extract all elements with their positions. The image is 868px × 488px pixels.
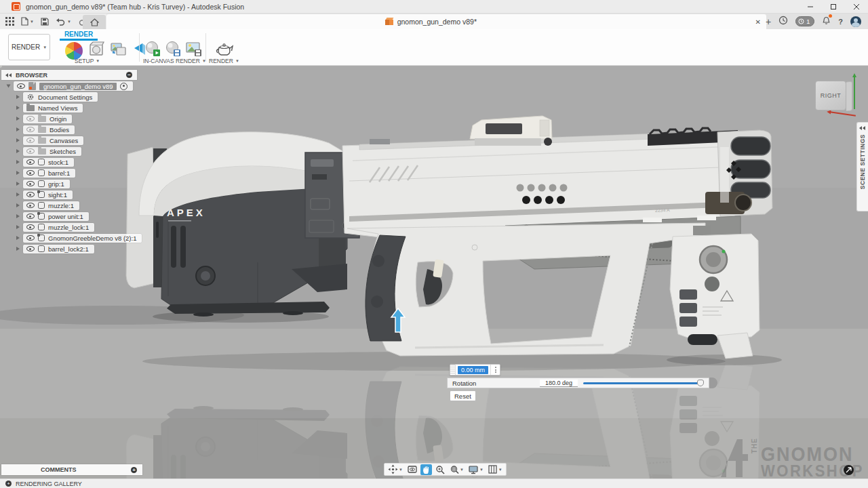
activate-component-radio[interactable] [120,83,127,90]
browser-row[interactable]: power unit:1 [16,211,89,221]
browser-item-label[interactable]: grip:1 [48,180,64,188]
undo-icon[interactable]: ▼ [56,18,71,26]
view-cube[interactable]: RIGHT [811,75,859,120]
comments-bar[interactable]: COMMENTS + [1,464,142,475]
browser-row[interactable]: Document Settings [16,92,98,102]
fit-button[interactable]: ▼ [448,464,465,475]
browser-item-label[interactable]: barrel_lock2:1 [48,245,89,253]
browser-item-label[interactable]: barrel:1 [48,169,70,177]
close-tab-icon[interactable]: ✕ [755,18,761,26]
visibility-eye-icon[interactable] [26,192,35,197]
visibility-eye-icon[interactable] [26,159,35,165]
document-tab[interactable]: gnomon_gun_demo v89* ✕ [106,14,766,29]
ribbon-tab-render[interactable]: RENDER [60,30,98,38]
visibility-eye-icon[interactable] [26,138,35,143]
browser-item-label[interactable]: stock:1 [48,159,68,166]
root-component-label[interactable]: gnomon_gun_demo v89 [39,83,117,90]
save-icon[interactable] [41,18,49,26]
scene-settings-tab[interactable]: SCENE SETTINGS [856,122,868,211]
slider-handle[interactable] [697,380,704,386]
expand-arrow-icon[interactable] [16,236,20,240]
viewcube-side-face[interactable] [846,81,852,112]
new-tab-button[interactable]: + [766,16,771,27]
rotation-slider[interactable] [583,380,702,386]
browser-item-label[interactable]: sight:1 [48,191,67,199]
expand-arrow-icon[interactable] [16,149,20,153]
browser-item-label[interactable]: Bodies [50,126,69,134]
slider-track[interactable] [583,382,702,384]
expand-arrow-icon[interactable] [16,127,20,131]
look-at-button[interactable] [406,464,418,474]
visibility-eye-icon[interactable] [26,224,35,230]
expand-comments-icon[interactable]: + [131,467,137,473]
browser-item-label[interactable]: Canvases [50,137,78,144]
close-button[interactable] [845,0,868,13]
browser-row[interactable]: Sketches [16,146,81,156]
browser-item-label[interactable]: muzzle:1 [48,202,74,209]
viewcube-right-face[interactable]: RIGHT [815,81,846,110]
browser-item-label[interactable]: power unit:1 [48,213,83,220]
maximize-button[interactable] [822,0,845,13]
notifications-bell-icon[interactable] [822,16,831,28]
pan-button[interactable] [420,464,432,475]
user-avatar[interactable] [850,16,861,27]
kebab-menu-icon[interactable] [490,365,500,375]
app-grid-icon[interactable] [5,17,14,26]
help-icon[interactable]: ? [838,18,843,26]
zoom-button[interactable] [434,464,446,475]
browser-row[interactable]: barrel_lock2:1 [16,244,94,253]
visibility-eye-icon[interactable] [26,181,35,186]
expand-arrow-icon[interactable] [16,247,20,251]
workspace-selector-button[interactable]: RENDER▼ [8,34,50,60]
3d-viewport[interactable]: APEX [0,66,868,479]
chevron-down-icon[interactable]: ▼ [399,468,403,472]
chevron-down-icon[interactable]: ▼ [479,468,484,472]
file-menu-icon[interactable]: ▼ [21,17,34,26]
offset-value-box[interactable]: 0.00 mm [450,364,500,375]
chevron-down-icon[interactable]: ▼ [460,468,464,472]
drag-handle[interactable] [450,365,456,375]
visibility-eye-icon[interactable] [26,127,35,132]
decal-icon[interactable] [110,41,127,60]
browser-row[interactable]: GnomonGreebleDemo v8 (2):1 [16,233,142,243]
browser-row[interactable]: stock:1 [16,157,74,167]
expand-arrow-icon[interactable] [16,106,20,110]
grid-layout-button[interactable]: ▼ [487,464,504,475]
minimize-button[interactable] [799,0,822,13]
home-tab[interactable] [83,15,106,29]
visibility-eye-icon[interactable] [26,203,35,208]
browser-row[interactable]: Named Views [16,103,83,113]
browser-row[interactable]: sight:1 [16,190,73,199]
chevron-down-icon[interactable]: ▼ [498,468,502,472]
visibility-eye-icon[interactable] [26,246,35,251]
browser-row[interactable]: barrel:1 [16,168,75,178]
collapse-all-icon[interactable]: − [126,72,132,78]
browser-item-label[interactable]: GnomonGreebleDemo v8 (2):1 [48,235,136,242]
expand-arrow-icon[interactable] [16,95,20,99]
expand-arrow-icon[interactable] [16,138,20,142]
expand-arrow-icon[interactable] [16,182,20,186]
visibility-eye-icon[interactable] [26,214,35,219]
browser-row[interactable]: muzzle:1 [16,201,79,210]
browser-item-label[interactable]: Origin [50,115,66,123]
browser-row[interactable]: muzzle_lock:1 [16,222,94,232]
expand-arrow-icon[interactable] [16,117,20,121]
orbit-button[interactable]: ▼ [387,464,404,475]
browser-panel-header[interactable]: BROWSER − [1,70,137,80]
browser-item-label[interactable]: Named Views [38,104,77,112]
setup-group-caption[interactable]: SETUP▼ [75,58,100,64]
browser-row[interactable]: Origin [16,114,72,123]
rendering-gallery-bar[interactable]: + RENDERING GALLERY [0,479,868,488]
expand-arrow-icon[interactable] [16,192,20,197]
browser-root-row[interactable]: gnomon_gun_demo v89 [7,81,133,91]
browser-row[interactable]: grip:1 [16,179,70,188]
visibility-eye-icon[interactable] [17,83,25,89]
render-group-caption[interactable]: RENDER▼ [209,58,239,64]
visibility-eye-icon[interactable] [26,116,35,121]
expand-arrow-icon[interactable] [16,214,20,218]
browser-row[interactable]: Bodies [16,125,75,134]
offset-input[interactable]: 0.00 mm [458,366,488,374]
render-scene[interactable]: APEX [0,66,868,479]
job-status-icon[interactable] [778,16,788,28]
browser-item-label[interactable]: Document Settings [38,94,92,101]
